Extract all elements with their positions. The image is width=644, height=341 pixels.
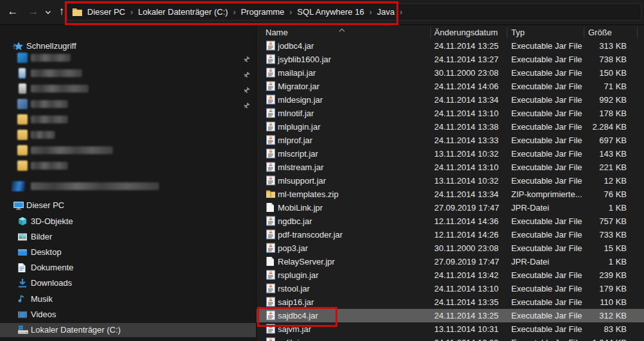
- file-row[interactable]: mlstream.jar24.11.2014 13:10Executable J…: [257, 161, 644, 174]
- blur-folder-icon: [17, 161, 28, 171]
- sidebar-item-redacted[interactable]: [0, 143, 256, 157]
- sidebar-item-redacted[interactable]: [0, 82, 256, 96]
- file-date: 13.11.2014 10:32: [434, 147, 498, 161]
- sidebar-item-lokaler-datentr-ger-c-[interactable]: Lokaler Datenträger (C:): [0, 323, 256, 337]
- file-explorer-window: { "toolbar": { "back_icon": "arrow-left"…: [0, 0, 644, 341]
- sidebar-item-redacted-network[interactable]: [0, 179, 256, 193]
- jar-file-icon: [266, 121, 276, 132]
- file-size: 1 KB: [558, 201, 627, 214]
- file-row[interactable]: salib.jar24.11.2014 13:33Executable Jar …: [257, 336, 644, 341]
- sidebar-item-musik[interactable]: Musik: [0, 292, 256, 306]
- zip-file-icon: [266, 189, 276, 199]
- file-date: 24.11.2014 13:42: [434, 268, 498, 282]
- file-row[interactable]: mlnotif.jar24.11.2014 13:10Executable Ja…: [257, 107, 644, 120]
- file-name: mlprof.jar: [278, 134, 312, 147]
- sidebar-item-redacted[interactable]: [0, 66, 256, 80]
- forward-button[interactable]: →: [24, 0, 42, 24]
- sidebar-item-label: Downloads: [31, 276, 72, 290]
- file-row[interactable]: mlsupport.jar13.11.2014 10:32Executable …: [257, 174, 644, 188]
- blur-blue-doc-icon: [19, 68, 26, 78]
- jar-file-icon: [266, 270, 276, 280]
- sidebar-item-redacted[interactable]: [0, 51, 256, 65]
- file-row[interactable]: ngdbc.jar12.11.2014 14:36Executable Jar …: [257, 214, 644, 228]
- file-row[interactable]: sajvm.jar13.11.2014 10:31Executable Jar …: [257, 322, 644, 336]
- column-divider[interactable]: [430, 27, 431, 38]
- sidebar-section-this-pc[interactable]: Dieser PC: [0, 198, 256, 213]
- file-date: 12.11.2014 14:26: [434, 228, 498, 241]
- sidebar-item-3d-objekte[interactable]: 3D-Objekte: [0, 214, 256, 229]
- jar-file-icon: [266, 229, 276, 240]
- breadcrumb-item[interactable]: Lokaler Datenträger (C:): [135, 7, 231, 17]
- breadcrumb-item[interactable]: Programme: [237, 7, 287, 17]
- sidebar-item-label: Lokaler Datenträger (C:): [31, 323, 121, 337]
- file-row[interactable]: sajdbc4.jar24.11.2014 13:25Executable Ja…: [257, 309, 644, 322]
- file-row[interactable]: jsyblib1600.jar24.11.2014 13:27Executabl…: [257, 53, 644, 66]
- file-size: 1.044 KB: [558, 336, 627, 341]
- breadcrumb-separator-icon[interactable]: ›: [368, 8, 374, 17]
- file-name: mailapi.jar: [278, 66, 316, 80]
- file-row[interactable]: pdf-transcoder.jar12.11.2014 14:26Execut…: [257, 228, 644, 241]
- file-date: 24.11.2014 13:34: [434, 188, 498, 201]
- file-name: mlscript.jar: [278, 147, 318, 161]
- file-row[interactable]: MobiLink.jpr27.09.2019 17:47JPR-Datei1 K…: [257, 201, 644, 214]
- file-name: mlstream.jar: [278, 161, 324, 174]
- breadcrumb-item[interactable]: Dieser PC: [84, 7, 128, 17]
- sidebar-item-redacted[interactable]: [0, 159, 256, 173]
- jar-file-icon: [266, 283, 276, 293]
- picture-icon: [17, 232, 29, 242]
- file-size: 312 KB: [558, 309, 627, 322]
- file-row[interactable]: RelayServer.jpr27.09.2019 17:47JPR-Datei…: [257, 255, 644, 268]
- sidebar-item-label: Desktop: [31, 245, 62, 259]
- sidebar-item-videos[interactable]: Videos: [0, 308, 256, 322]
- file-row[interactable]: mailapi.jar30.11.2000 23:08Executable Ja…: [257, 66, 644, 80]
- column-header-type[interactable]: Typ: [511, 26, 525, 39]
- file-row[interactable]: rstool.jar24.11.2014 13:10Executable Jar…: [257, 282, 644, 295]
- file-row[interactable]: Migrator.jar24.11.2014 14:06Executable J…: [257, 80, 644, 93]
- recent-locations-button[interactable]: [42, 0, 54, 24]
- file-name: jsyblib1600.jar: [278, 53, 331, 66]
- column-header-size[interactable]: Größe: [588, 26, 612, 39]
- column-divider[interactable]: [637, 27, 638, 38]
- column-header-date[interactable]: Änderungsdatum: [434, 26, 498, 39]
- file-date: 24.11.2014 13:25: [434, 39, 498, 53]
- redacted-label: [31, 162, 68, 170]
- sidebar-item-dokumente[interactable]: Dokumente: [0, 261, 256, 275]
- sidebar-item-desktop[interactable]: Desktop: [0, 245, 256, 259]
- file-row[interactable]: rsplugin.jar24.11.2014 13:42Executable J…: [257, 268, 644, 282]
- sort-ascending-icon: [339, 24, 345, 28]
- redacted-label: [31, 182, 159, 190]
- file-row[interactable]: saip16.jar24.11.2014 13:35Executable Jar…: [257, 295, 644, 309]
- file-row[interactable]: mlscript.jar13.11.2014 10:32Executable J…: [257, 147, 644, 161]
- sidebar-item-redacted[interactable]: [0, 128, 256, 142]
- back-button[interactable]: ←: [4, 0, 22, 24]
- blur-network-icon: [12, 181, 25, 191]
- breadcrumb-separator-icon[interactable]: ›: [231, 8, 237, 17]
- sidebar-item-bilder[interactable]: Bilder: [0, 230, 256, 244]
- file-row[interactable]: mldesign.jar24.11.2014 13:34Executable J…: [257, 93, 644, 107]
- file-size: 757 KB: [558, 214, 627, 228]
- blur-folder-icon: [17, 114, 28, 125]
- blur-gray-doc-icon: [19, 83, 26, 94]
- column-header-name[interactable]: Name: [266, 26, 288, 39]
- file-size: 71 KB: [558, 80, 627, 93]
- file-size: 76 KB: [558, 188, 627, 201]
- file-name: saip16.jar: [278, 295, 314, 309]
- breadcrumb-item[interactable]: Java: [374, 7, 398, 17]
- breadcrumb-item[interactable]: SQL Anywhere 16: [294, 7, 367, 17]
- file-row[interactable]: ml-templates.zip24.11.2014 13:34ZIP-komp…: [257, 188, 644, 201]
- breadcrumb-separator-icon[interactable]: ›: [128, 8, 135, 17]
- file-size: 221 KB: [558, 161, 627, 174]
- file-row[interactable]: pop3.jar30.11.2000 23:08Executable Jar F…: [257, 241, 644, 255]
- file-row[interactable]: mlprof.jar24.11.2014 13:33Executable Jar…: [257, 134, 644, 147]
- sidebar-item-redacted[interactable]: [0, 97, 256, 111]
- breadcrumb-separator-icon[interactable]: ›: [398, 8, 404, 17]
- pin-icon: [242, 69, 250, 77]
- sidebar-item-downloads[interactable]: Downloads: [0, 276, 256, 290]
- breadcrumb-separator-icon[interactable]: ›: [287, 8, 294, 17]
- address-bar[interactable]: Dieser PC›Lokaler Datenträger (C:)›Progr…: [67, 3, 641, 21]
- file-row[interactable]: jodbc4.jar24.11.2014 13:25Executable Jar…: [257, 39, 644, 53]
- column-divider[interactable]: [507, 27, 507, 38]
- column-divider[interactable]: [584, 27, 584, 38]
- sidebar-item-redacted[interactable]: [0, 112, 256, 127]
- file-row[interactable]: mlplugin.jar24.11.2014 13:38Executable J…: [257, 120, 644, 134]
